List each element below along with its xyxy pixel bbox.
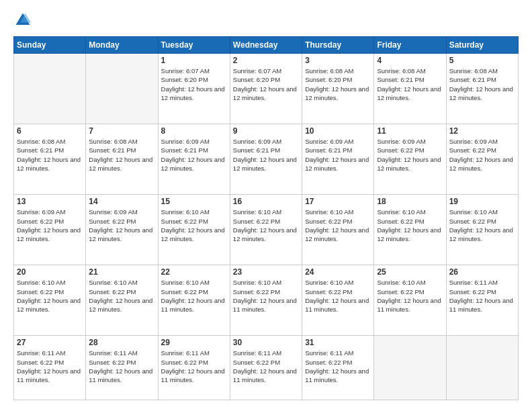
day-detail: Sunrise: 6:10 AM Sunset: 6:22 PM Dayligh…: [233, 208, 299, 243]
day-detail: Sunrise: 6:08 AM Sunset: 6:20 PM Dayligh…: [305, 66, 371, 102]
day-detail: Sunrise: 6:09 AM Sunset: 6:22 PM Dayligh…: [89, 208, 154, 243]
weekday-header-wednesday: Wednesday: [230, 37, 302, 54]
day-cell: 20Sunrise: 6:10 AM Sunset: 6:22 PM Dayli…: [14, 265, 86, 336]
day-number: 10: [305, 126, 371, 136]
week-row-5: 27Sunrise: 6:11 AM Sunset: 6:22 PM Dayli…: [14, 336, 519, 400]
day-number: 17: [305, 197, 371, 206]
calendar: SundayMondayTuesdayWednesdayThursdayFrid…: [13, 36, 519, 400]
day-detail: Sunrise: 6:10 AM Sunset: 6:22 PM Dayligh…: [161, 208, 227, 243]
day-cell: 17Sunrise: 6:10 AM Sunset: 6:22 PM Dayli…: [302, 195, 374, 265]
day-number: 7: [89, 126, 154, 136]
day-detail: Sunrise: 6:11 AM Sunset: 6:22 PM Dayligh…: [233, 349, 299, 384]
day-number: 11: [377, 126, 443, 136]
weekday-header-tuesday: Tuesday: [158, 37, 230, 54]
day-number: 26: [449, 267, 515, 277]
day-number: 5: [449, 56, 515, 65]
day-number: 2: [233, 56, 299, 65]
day-number: 27: [17, 338, 83, 347]
day-cell: 22Sunrise: 6:10 AM Sunset: 6:22 PM Dayli…: [158, 265, 230, 336]
logo: [13, 11, 35, 30]
day-cell: 27Sunrise: 6:11 AM Sunset: 6:22 PM Dayli…: [14, 336, 86, 400]
day-cell: 25Sunrise: 6:10 AM Sunset: 6:22 PM Dayli…: [374, 265, 446, 336]
day-detail: Sunrise: 6:08 AM Sunset: 6:21 PM Dayligh…: [17, 137, 83, 173]
day-detail: Sunrise: 6:10 AM Sunset: 6:22 PM Dayligh…: [161, 278, 227, 314]
day-cell: 30Sunrise: 6:11 AM Sunset: 6:22 PM Dayli…: [230, 336, 302, 400]
day-detail: Sunrise: 6:11 AM Sunset: 6:22 PM Dayligh…: [449, 278, 515, 314]
day-number: 12: [449, 126, 515, 136]
day-number: 20: [17, 267, 83, 277]
day-number: 16: [233, 197, 299, 206]
day-cell: 21Sunrise: 6:10 AM Sunset: 6:22 PM Dayli…: [86, 265, 158, 336]
day-number: 28: [89, 338, 154, 347]
day-detail: Sunrise: 6:10 AM Sunset: 6:22 PM Dayligh…: [305, 208, 371, 243]
day-cell: 2Sunrise: 6:07 AM Sunset: 6:20 PM Daylig…: [230, 54, 302, 124]
day-detail: Sunrise: 6:11 AM Sunset: 6:22 PM Dayligh…: [17, 349, 83, 384]
day-detail: Sunrise: 6:10 AM Sunset: 6:22 PM Dayligh…: [305, 278, 371, 314]
day-number: 3: [305, 56, 371, 65]
day-detail: Sunrise: 6:09 AM Sunset: 6:22 PM Dayligh…: [449, 137, 515, 173]
day-detail: Sunrise: 6:08 AM Sunset: 6:21 PM Dayligh…: [449, 66, 515, 102]
day-cell: 14Sunrise: 6:09 AM Sunset: 6:22 PM Dayli…: [86, 195, 158, 265]
day-number: 31: [305, 338, 371, 347]
day-cell: [446, 336, 518, 400]
logo-icon: [13, 11, 32, 30]
day-cell: 31Sunrise: 6:11 AM Sunset: 6:22 PM Dayli…: [302, 336, 374, 400]
day-cell: 29Sunrise: 6:11 AM Sunset: 6:22 PM Dayli…: [158, 336, 230, 400]
weekday-header-sunday: Sunday: [14, 37, 86, 54]
day-detail: Sunrise: 6:10 AM Sunset: 6:22 PM Dayligh…: [377, 208, 443, 243]
day-number: 21: [89, 267, 154, 277]
day-detail: Sunrise: 6:11 AM Sunset: 6:22 PM Dayligh…: [161, 349, 227, 384]
day-detail: Sunrise: 6:11 AM Sunset: 6:22 PM Dayligh…: [305, 349, 371, 384]
week-row-1: 1Sunrise: 6:07 AM Sunset: 6:20 PM Daylig…: [14, 54, 519, 124]
day-cell: 5Sunrise: 6:08 AM Sunset: 6:21 PM Daylig…: [446, 54, 518, 124]
day-number: 9: [233, 126, 299, 136]
day-detail: Sunrise: 6:10 AM Sunset: 6:22 PM Dayligh…: [233, 278, 299, 314]
day-number: 1: [161, 56, 227, 65]
day-cell: 16Sunrise: 6:10 AM Sunset: 6:22 PM Dayli…: [230, 195, 302, 265]
day-cell: [374, 336, 446, 400]
day-detail: Sunrise: 6:08 AM Sunset: 6:21 PM Dayligh…: [89, 137, 154, 173]
day-cell: 9Sunrise: 6:09 AM Sunset: 6:21 PM Daylig…: [230, 124, 302, 195]
day-detail: Sunrise: 6:10 AM Sunset: 6:22 PM Dayligh…: [17, 278, 83, 314]
day-cell: [86, 54, 158, 124]
day-cell: 15Sunrise: 6:10 AM Sunset: 6:22 PM Dayli…: [158, 195, 230, 265]
day-detail: Sunrise: 6:07 AM Sunset: 6:20 PM Dayligh…: [233, 66, 299, 102]
weekday-header-friday: Friday: [374, 37, 446, 54]
day-cell: 24Sunrise: 6:10 AM Sunset: 6:22 PM Dayli…: [302, 265, 374, 336]
day-cell: 13Sunrise: 6:09 AM Sunset: 6:22 PM Dayli…: [14, 195, 86, 265]
day-detail: Sunrise: 6:09 AM Sunset: 6:21 PM Dayligh…: [233, 137, 299, 173]
day-cell: 26Sunrise: 6:11 AM Sunset: 6:22 PM Dayli…: [446, 265, 518, 336]
day-number: 14: [89, 197, 154, 206]
day-cell: 7Sunrise: 6:08 AM Sunset: 6:21 PM Daylig…: [86, 124, 158, 195]
day-detail: Sunrise: 6:08 AM Sunset: 6:21 PM Dayligh…: [377, 66, 443, 102]
day-detail: Sunrise: 6:10 AM Sunset: 6:22 PM Dayligh…: [377, 278, 443, 314]
day-cell: 3Sunrise: 6:08 AM Sunset: 6:20 PM Daylig…: [302, 54, 374, 124]
day-cell: 8Sunrise: 6:09 AM Sunset: 6:21 PM Daylig…: [158, 124, 230, 195]
day-number: 18: [377, 197, 443, 206]
day-detail: Sunrise: 6:09 AM Sunset: 6:21 PM Dayligh…: [305, 137, 371, 173]
week-row-3: 13Sunrise: 6:09 AM Sunset: 6:22 PM Dayli…: [14, 195, 519, 265]
day-cell: [14, 54, 86, 124]
day-number: 25: [377, 267, 443, 277]
page: SundayMondayTuesdayWednesdayThursdayFrid…: [0, 0, 532, 411]
day-detail: Sunrise: 6:09 AM Sunset: 6:21 PM Dayligh…: [161, 137, 227, 173]
day-number: 4: [377, 56, 443, 65]
day-number: 15: [161, 197, 227, 206]
day-cell: 4Sunrise: 6:08 AM Sunset: 6:21 PM Daylig…: [374, 54, 446, 124]
day-cell: 18Sunrise: 6:10 AM Sunset: 6:22 PM Dayli…: [374, 195, 446, 265]
weekday-header-thursday: Thursday: [302, 37, 374, 54]
day-cell: 12Sunrise: 6:09 AM Sunset: 6:22 PM Dayli…: [446, 124, 518, 195]
day-detail: Sunrise: 6:07 AM Sunset: 6:20 PM Dayligh…: [161, 66, 227, 102]
week-row-4: 20Sunrise: 6:10 AM Sunset: 6:22 PM Dayli…: [14, 265, 519, 336]
day-detail: Sunrise: 6:10 AM Sunset: 6:22 PM Dayligh…: [449, 208, 515, 243]
day-number: 23: [233, 267, 299, 277]
day-number: 8: [161, 126, 227, 136]
day-detail: Sunrise: 6:11 AM Sunset: 6:22 PM Dayligh…: [89, 349, 154, 384]
day-number: 19: [449, 197, 515, 206]
day-cell: 6Sunrise: 6:08 AM Sunset: 6:21 PM Daylig…: [14, 124, 86, 195]
week-row-2: 6Sunrise: 6:08 AM Sunset: 6:21 PM Daylig…: [14, 124, 519, 195]
day-number: 22: [161, 267, 227, 277]
day-detail: Sunrise: 6:09 AM Sunset: 6:22 PM Dayligh…: [17, 208, 83, 243]
day-cell: 11Sunrise: 6:09 AM Sunset: 6:22 PM Dayli…: [374, 124, 446, 195]
weekday-header-row: SundayMondayTuesdayWednesdayThursdayFrid…: [14, 37, 519, 54]
